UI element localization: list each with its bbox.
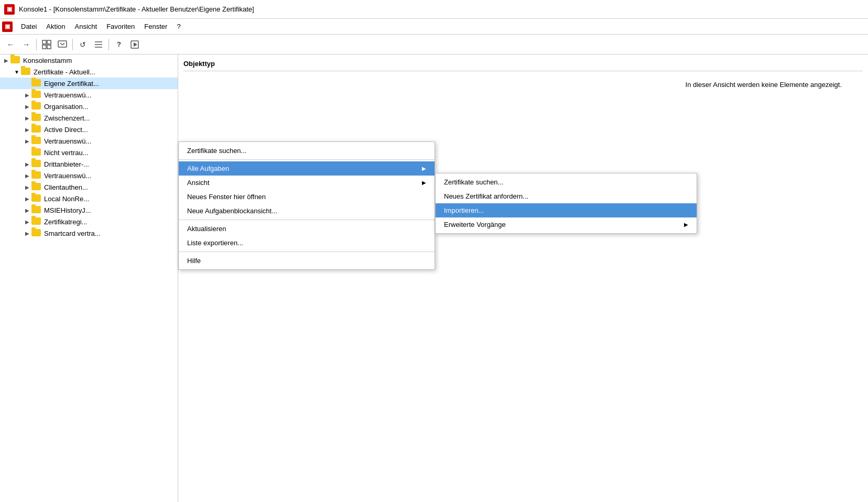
tree-item-client[interactable]: ▶ Clientauthen... [0,181,178,193]
menu-bar: ▣ Datei Aktion Ansicht Favoriten Fenster… [0,19,868,35]
ctx-liste-exportieren[interactable]: Liste exportieren... [179,236,435,250]
menu-datei[interactable]: Datei [17,21,41,32]
tree-item-msie[interactable]: ▶ MSIEHistoryJ... [0,204,178,216]
ctx-neue-aufgaben[interactable]: Neue Aufgabenblockansicht... [179,204,435,218]
svg-rect-1 [47,40,51,44]
zertifikate-label: Zertifikate - Aktuell... [34,68,95,76]
console-icon-button[interactable] [55,38,70,51]
ctx-separator-1 [179,159,435,160]
root-label: Konsolenstamm [23,57,72,64]
tree-item-organisation[interactable]: ▶ Organisation... [0,101,178,112]
menu-help[interactable]: ? [172,21,185,32]
dritt-expand-icon: ▶ [23,160,31,168]
ctx-separator-2 [179,220,435,220]
tree-root[interactable]: ▶ Konsolenstamm [0,54,178,66]
zwischen-label: Zwischenzert... [44,114,90,122]
tree-item-vertrauens2[interactable]: ▶ Vertrauenswü... [0,135,178,147]
organisation-folder-icon [31,102,42,111]
toolbar-separator-1 [36,39,37,50]
ctx-right-zertsuchen[interactable]: Zertifikate suchen... [436,175,697,189]
tree-item-activedirect[interactable]: ▶ Active Direct... [0,124,178,135]
root-expand-icon: ▶ [2,56,10,64]
msie-label: MSIEHistoryJ... [44,206,91,214]
ctx-neues-fenster[interactable]: Neues Fenster hier öffnen [179,190,435,204]
root-folder-icon [10,56,21,64]
vertrauens2-label: Vertrauenswü... [44,137,91,145]
local-expand-icon: ▶ [23,194,31,203]
alle-aufgaben-arrow: ▶ [422,166,426,171]
ctx-zertsuchen[interactable]: Zertifikate suchen... [179,144,435,158]
eigene-label: Eigene Zertifikat... [44,80,99,88]
tree-item-dritt[interactable]: ▶ Drittanbieter-... [0,158,178,170]
menu-app-icon: ▣ [2,21,13,32]
smartcard-label: Smartcard vertra... [44,230,101,237]
content-panel: Objekttyp In dieser Ansicht werden keine… [178,54,868,502]
properties-button[interactable] [127,38,142,51]
ctx-right-erweiterte[interactable]: Erweiterte Vorgänge ▶ [436,217,697,232]
vertrauens2-expand-icon: ▶ [23,137,31,145]
tree-item-vertrauens3[interactable]: ▶ Vertrauenswü... [0,170,178,181]
local-label: Local NonRe... [44,195,89,203]
ctx-hilfe[interactable]: Hilfe [179,254,435,268]
view-toggle-button[interactable] [39,38,54,51]
refresh-button[interactable]: ↺ [75,38,90,51]
list-button[interactable] [91,38,106,51]
msie-expand-icon: ▶ [23,206,31,214]
eigene-expand-icon [23,79,31,88]
ctx-separator-3 [179,252,435,252]
toolbar: ← → ↺ ? [0,35,868,54]
menu-aktion[interactable]: Aktion [42,21,69,32]
title-bar-text: Konsole1 - [Konsolenstamm\Zertifikate - … [19,5,254,13]
svg-line-5 [60,43,62,45]
help-button[interactable]: ? [112,38,126,51]
vertrauens3-expand-icon: ▶ [23,171,31,180]
tree-item-zertifikate[interactable]: ▼ Zertifikate - Aktuell... [0,66,178,78]
vertrauens1-expand-icon: ▶ [23,91,31,99]
menu-fenster[interactable]: Fenster [140,21,171,32]
tree-item-vertrauens1[interactable]: ▶ Vertrauenswü... [0,89,178,101]
tree-item-nicht[interactable]: Nicht vertrau... [0,147,178,158]
content-empty-message: In dieser Ansicht werden keine Elemente … [686,81,842,89]
svg-rect-2 [42,45,46,49]
tree-item-eigene[interactable]: Eigene Zertifikat... [0,78,178,89]
nicht-folder-icon [31,148,42,157]
tree-item-local[interactable]: ▶ Local NonRe... [0,193,178,204]
toolbar-separator-2 [72,39,73,50]
ctx-right-importieren[interactable]: Importieren... [436,203,697,217]
nicht-expand-icon [23,148,31,157]
title-bar: ▣ Konsole1 - [Konsolenstamm\Zertifikate … [0,0,868,19]
dritt-label: Drittanbieter-... [44,160,89,168]
tree-item-zwischen[interactable]: ▶ Zwischenzert... [0,112,178,124]
ctx-alle-aufgaben[interactable]: Alle Aufgaben ▶ [179,161,435,176]
tree-item-zertifikatregi[interactable]: ▶ Zertifikatregi... [0,216,178,227]
ansicht-arrow: ▶ [422,180,426,185]
nicht-label: Nicht vertrau... [44,149,89,157]
forward-button[interactable]: → [19,38,34,51]
zwischen-folder-icon [31,114,42,122]
content-column-header: Objekttyp [183,60,863,71]
sidebar: ▶ Konsolenstamm ▼ Zertifikate - Aktuell.… [0,54,178,502]
activedirect-folder-icon [31,125,42,134]
menu-favoriten[interactable]: Favoriten [102,21,139,32]
local-folder-icon [31,194,42,203]
back-button[interactable]: ← [3,38,18,51]
main-layout: ▶ Konsolenstamm ▼ Zertifikate - Aktuell.… [0,54,868,502]
menu-ansicht[interactable]: Ansicht [71,21,102,32]
tree-item-smartcard[interactable]: ▶ Smartcard vertra... [0,227,178,239]
zertifikate-folder-icon [21,68,31,76]
msie-folder-icon [31,206,42,214]
context-menu-right: Zertifikate suchen... Neues Zertifikat a… [435,173,697,234]
zertifikatregi-expand-icon: ▶ [23,217,31,226]
svg-rect-3 [47,45,51,49]
vertrauens2-folder-icon [31,137,42,145]
ctx-ansicht[interactable]: Ansicht ▶ [179,176,435,190]
svg-marker-11 [134,42,137,47]
client-label: Clientauthen... [44,183,88,191]
zertifikatregi-folder-icon [31,217,42,226]
toolbar-separator-3 [108,39,109,50]
ctx-right-neues-zert[interactable]: Neues Zertifikat anfordern... [436,189,697,203]
context-menu-left: Zertifikate suchen... Alle Aufgaben ▶ An… [178,141,435,270]
ctx-aktualisieren[interactable]: Aktualisieren [179,222,435,236]
vertrauens1-folder-icon [31,91,42,99]
organisation-expand-icon: ▶ [23,102,31,111]
